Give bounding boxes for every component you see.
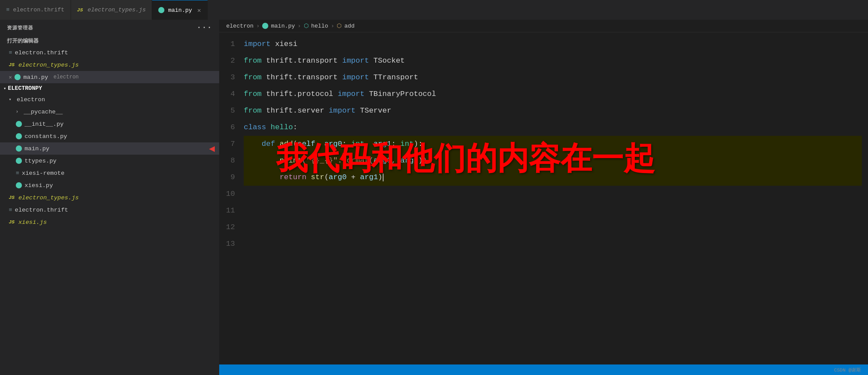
- tab-label-types-js: electron_types.js: [88, 7, 146, 13]
- py-icon: [16, 145, 22, 152]
- file-ttypes-py[interactable]: ttypes.py: [0, 155, 219, 167]
- file-constants-label: constants.py: [25, 133, 67, 140]
- project-name: ELECTRONPY: [8, 85, 42, 92]
- cursor: [383, 173, 384, 181]
- sidebar: 资源管理器 ··· 打开的编辑器 ≡ electron.thrift JS el…: [0, 20, 219, 375]
- watermark-text: CSDN @谢斯: [834, 367, 861, 373]
- editor-area: electron › main.py › ⬡ hello › ⬡ add 我代码…: [219, 20, 868, 375]
- breadcrumb: electron › main.py › ⬡ hello › ⬡ add: [219, 20, 868, 32]
- file-init-label: __init__.py: [25, 121, 64, 127]
- tab-label-main-py: main.py: [168, 7, 192, 14]
- tab-bar: ≡ electron.thrift JS electron_types.js m…: [0, 0, 868, 20]
- file-main-py[interactable]: main.py ◀: [0, 142, 219, 155]
- thrift-icon: ≡: [9, 207, 12, 213]
- code-line-11: return str(arg0 + arg1): [244, 169, 862, 186]
- close-file-icon[interactable]: ✕: [9, 74, 12, 81]
- file-xiesi-js-label: xiesi.js: [18, 219, 47, 226]
- file-xiesi-remote-label: xiesi-remote: [22, 170, 64, 177]
- chevron-down-icon: ▾: [9, 97, 14, 102]
- code-line-2: from thrift.transport import TSocket: [244, 53, 862, 69]
- file-init-py[interactable]: __init__.py: [0, 118, 219, 130]
- breadcrumb-hello-icon: ⬡: [304, 22, 309, 29]
- status-bar: CSDN @谢斯: [219, 364, 868, 375]
- code-line-3: from thrift.transport import TTransport: [244, 69, 862, 86]
- js-icon: JS: [9, 219, 16, 225]
- code-line-9: def add(self, arg0: int, arg1: int):: [244, 136, 862, 152]
- tab-close-button[interactable]: ✕: [197, 7, 201, 14]
- file-xiesi-label: xiesi.py: [25, 182, 53, 189]
- tab-main-py[interactable]: main.py ✕: [152, 0, 207, 20]
- folder-electron[interactable]: ▾ electron: [0, 93, 219, 106]
- tab-electron-types-js[interactable]: JS electron_types.js: [71, 0, 153, 20]
- project-section[interactable]: ▾ ELECTRONPY: [0, 83, 219, 93]
- file-xiesi-py[interactable]: xiesi.py: [0, 179, 219, 191]
- sidebar-title: 资源管理器: [7, 25, 33, 31]
- open-file-label-main-py: main.py: [23, 74, 48, 81]
- file-constants-py[interactable]: constants.py: [0, 130, 219, 142]
- code-line-5: from thrift.server import TServer: [244, 103, 862, 119]
- sidebar-more-button[interactable]: ···: [197, 23, 212, 32]
- code-line-8: class hello:: [244, 119, 862, 136]
- file-main-label: main.py: [25, 145, 50, 152]
- tab-electron-thrift[interactable]: ≡ electron.thrift: [0, 0, 71, 20]
- breadcrumb-main-py: main.py: [271, 23, 295, 29]
- thrift-icon: ≡: [6, 7, 10, 13]
- breadcrumb-py-icon: [262, 23, 268, 29]
- open-file-label-types-js: electron_types.js: [18, 62, 79, 68]
- open-file-types-js[interactable]: JS electron_types.js: [0, 59, 219, 71]
- py-icon: [16, 158, 22, 164]
- chevron-down-icon: ▾: [4, 86, 6, 91]
- folder-pycache-label: __pycache__: [24, 109, 63, 115]
- js-icon: JS: [9, 195, 16, 200]
- py-icon: [158, 7, 164, 13]
- code-editor[interactable]: 我代码和他们的内容在一起 1 2 3 4 5 6 7 8 9 10 11 12 …: [219, 32, 868, 364]
- open-file-main-py[interactable]: ✕ main.py electron: [0, 71, 219, 83]
- breadcrumb-add: add: [344, 23, 354, 29]
- red-arrow-icon: ◀: [209, 143, 215, 155]
- file-electron-types-js-bottom[interactable]: JS electron_types.js: [0, 191, 219, 204]
- js-icon: JS: [77, 7, 84, 13]
- tab-label-thrift: electron.thrift: [13, 7, 64, 13]
- js-file-icon: JS: [9, 62, 16, 67]
- code-line-1: import xiesi: [244, 36, 862, 53]
- file-electron-thrift-bottom[interactable]: ≡ electron.thrift: [0, 204, 219, 216]
- breadcrumb-add-icon: ⬡: [337, 22, 342, 29]
- folder-electron-label: electron: [17, 96, 45, 103]
- py-file-icon: [14, 74, 21, 80]
- scrollbar[interactable]: [862, 36, 868, 361]
- code-line-4: from thrift.protocol import TBinaryProto…: [244, 86, 862, 103]
- file-electron-thrift-label: electron.thrift: [15, 207, 68, 213]
- folder-pycache[interactable]: › __pycache__: [0, 106, 219, 118]
- open-file-thrift[interactable]: ≡ electron.thrift: [0, 46, 219, 59]
- file-xiesi-remote[interactable]: ≡ xiesi-remote: [0, 167, 219, 179]
- breadcrumb-electron: electron: [226, 23, 253, 29]
- file-electron-types-label: electron_types.js: [18, 195, 79, 201]
- file-xiesi-js-bottom[interactable]: JS xiesi.js: [0, 216, 219, 228]
- thrift-icon: ≡: [16, 170, 19, 177]
- main-content: 资源管理器 ··· 打开的编辑器 ≡ electron.thrift JS el…: [0, 20, 868, 375]
- breadcrumb-sep-3: ›: [331, 23, 334, 29]
- code-line-10: print("{}_{}".format(arg0, arg1)): [244, 152, 862, 169]
- breadcrumb-sep-2: ›: [298, 23, 301, 29]
- file-context-label: electron: [53, 74, 79, 80]
- breadcrumb-hello: hello: [311, 23, 328, 29]
- code-lines: import xiesi from thrift.transport impor…: [244, 36, 862, 361]
- open-editors-section: 打开的编辑器: [0, 35, 219, 46]
- py-icon: [16, 182, 22, 188]
- breadcrumb-sep-1: ›: [256, 23, 260, 29]
- line-numbers: 1 2 3 4 5 6 7 8 9 10 11 12 13: [219, 36, 244, 361]
- thrift-file-icon: ≡: [9, 50, 12, 56]
- py-icon: [16, 133, 22, 139]
- py-icon: [16, 121, 22, 127]
- sidebar-header: 资源管理器 ···: [0, 20, 219, 35]
- file-ttypes-label: ttypes.py: [25, 158, 57, 164]
- open-file-label-thrift: electron.thrift: [15, 50, 68, 56]
- chevron-right-icon: ›: [16, 110, 21, 114]
